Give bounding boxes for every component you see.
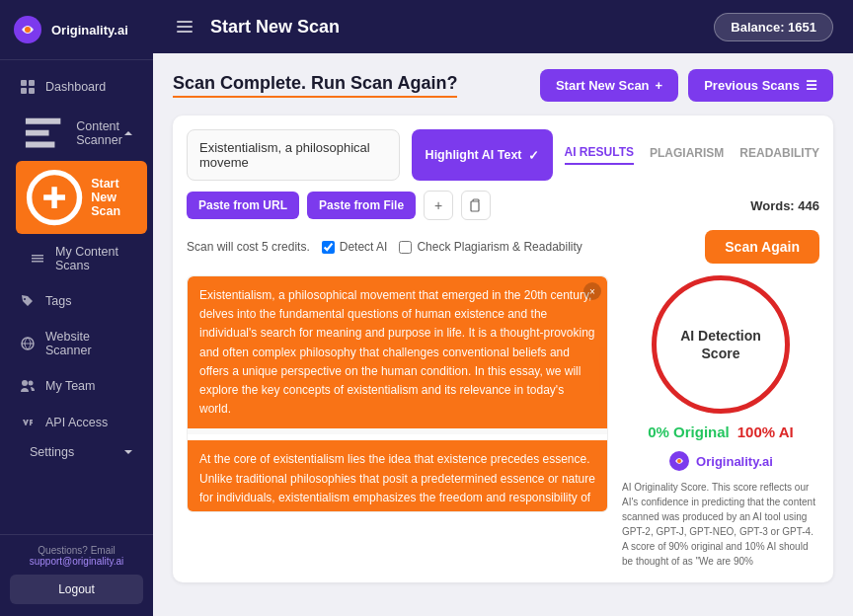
svg-rect-3 bbox=[29, 80, 35, 86]
chevron-down-icon bbox=[123, 447, 133, 457]
plus-icon: + bbox=[656, 78, 663, 93]
content-area: Scan Complete. Run Scan Again? Start New… bbox=[153, 53, 853, 616]
svg-rect-4 bbox=[21, 88, 27, 94]
support-email[interactable]: support@originality.ai bbox=[30, 556, 124, 567]
ai-score: 100% AI bbox=[737, 424, 794, 440]
api-icon bbox=[20, 415, 36, 430]
svg-rect-2 bbox=[21, 80, 27, 86]
ai-detection-circle: AI Detection Score bbox=[652, 275, 790, 414]
svg-rect-10 bbox=[471, 201, 479, 211]
sidebar-nav: Dashboard Content Scanner Start New Scan bbox=[0, 60, 153, 534]
sidebar-item-settings[interactable]: Settings bbox=[6, 441, 147, 463]
list-icon bbox=[30, 251, 45, 267]
checkmark-icon: ✓ bbox=[528, 148, 539, 163]
api-access-label: API Access bbox=[45, 416, 108, 429]
score-description: AI Originality Score. This score reflect… bbox=[622, 480, 819, 569]
svg-point-8 bbox=[22, 380, 28, 386]
text-input-display[interactable]: Existentialism, a philosophical moveme bbox=[187, 129, 400, 181]
detect-ai-label[interactable]: Detect AI bbox=[322, 240, 388, 254]
chevron-up-icon bbox=[123, 128, 133, 138]
sidebar-logo: Originality.ai bbox=[0, 0, 153, 60]
sidebar-item-my-team[interactable]: My Team bbox=[6, 368, 147, 404]
text-content-area[interactable]: Existentialism, a philosophical movement… bbox=[187, 275, 608, 512]
sidebar-item-tags[interactable]: Tags bbox=[6, 283, 147, 319]
copy-icon-button[interactable] bbox=[461, 191, 491, 220]
svg-point-1 bbox=[25, 27, 31, 33]
tab-readability[interactable]: READABILITY bbox=[739, 146, 819, 164]
tags-label: Tags bbox=[45, 294, 71, 308]
new-scan-button[interactable]: Start New Scan + bbox=[540, 69, 678, 102]
sidebar-item-start-new-scan[interactable]: Start New Scan bbox=[16, 161, 147, 234]
scan-mid-row: Paste from URL Paste from File + Words: … bbox=[187, 191, 819, 220]
paste-from-url-button[interactable]: Paste from URL bbox=[187, 192, 299, 219]
clipboard-icon bbox=[469, 198, 483, 212]
scan-panel: Existentialism, a philosophical moveme H… bbox=[173, 116, 833, 582]
support-text: Questions? Email support@originality.ai bbox=[10, 545, 143, 567]
detect-ai-checkbox[interactable] bbox=[322, 241, 335, 254]
scanner-icon bbox=[20, 110, 66, 156]
start-new-scan-label: Start New Scan bbox=[91, 177, 137, 218]
originality-brand: Originality.ai bbox=[668, 450, 773, 472]
highlight-ai-text-button[interactable]: Highlight AI Text ✓ bbox=[412, 129, 553, 181]
originality-logo-icon bbox=[12, 14, 43, 45]
settings-label: Settings bbox=[30, 445, 74, 459]
plagiarism-label[interactable]: Check Plagiarism & Readability bbox=[399, 240, 582, 254]
dashboard-icon bbox=[20, 79, 36, 95]
svg-rect-5 bbox=[29, 88, 35, 94]
svg-point-9 bbox=[29, 381, 34, 386]
scan-top-row: Existentialism, a philosophical moveme H… bbox=[187, 129, 819, 181]
hamburger-menu[interactable] bbox=[173, 17, 196, 37]
scan-body: Existentialism, a philosophical movement… bbox=[187, 275, 819, 569]
scroll-bar[interactable] bbox=[599, 346, 605, 396]
my-team-label: My Team bbox=[45, 379, 95, 393]
plagiarism-checkbox[interactable] bbox=[399, 241, 412, 254]
score-circle-label: AI Detection Score bbox=[680, 327, 761, 362]
content-scanner-label: Content Scanner bbox=[76, 119, 122, 147]
sidebar-item-my-content-scans[interactable]: My Content Scans bbox=[16, 235, 147, 282]
sidebar-item-dashboard[interactable]: Dashboard bbox=[6, 69, 147, 105]
tag-icon bbox=[20, 293, 36, 309]
highlighted-paragraph-1: Existentialism, a philosophical movement… bbox=[188, 276, 607, 428]
paste-from-file-button[interactable]: Paste from File bbox=[307, 192, 416, 219]
cost-text: Scan will cost 5 credits. bbox=[187, 240, 310, 254]
sidebar: Originality.ai Dashboard Content Scanner bbox=[0, 0, 153, 616]
sidebar-logo-text: Originality.ai bbox=[51, 23, 128, 38]
website-scanner-label: Website Scanner bbox=[45, 330, 133, 357]
sidebar-item-website-scanner[interactable]: Website Scanner bbox=[6, 320, 147, 367]
my-content-scans-label: My Content Scans bbox=[55, 245, 133, 272]
globe-icon bbox=[20, 336, 36, 351]
score-panel: AI Detection Score 0% Original 100% AI bbox=[622, 275, 819, 569]
add-icon-button[interactable]: + bbox=[424, 191, 453, 220]
logout-button[interactable]: Logout bbox=[10, 575, 143, 604]
scan-complete-title: Scan Complete. Run Scan Again? bbox=[173, 73, 457, 98]
score-values: 0% Original 100% AI bbox=[648, 424, 794, 440]
brand-name-text: Originality.ai bbox=[696, 454, 773, 469]
scan-options-row: Scan will cost 5 credits. Detect AI Chec… bbox=[187, 230, 819, 264]
sidebar-bottom: Questions? Email support@originality.ai … bbox=[0, 534, 153, 616]
tab-ai-results[interactable]: AI RESULTS bbox=[565, 145, 634, 165]
previous-scans-button[interactable]: Previous Scans ☰ bbox=[688, 69, 833, 102]
menu-icon: ☰ bbox=[806, 78, 817, 93]
dashboard-label: Dashboard bbox=[45, 80, 106, 94]
header-title: Start New Scan bbox=[210, 17, 340, 38]
tabs-row: AI RESULTS PLAGIARISM READABILITY bbox=[565, 129, 819, 181]
scan-actions: Start New Scan + Previous Scans ☰ bbox=[540, 69, 833, 102]
scan-header: Scan Complete. Run Scan Again? Start New… bbox=[173, 69, 833, 102]
original-score: 0% Original bbox=[648, 424, 730, 440]
tab-plagiarism[interactable]: PLAGIARISM bbox=[650, 146, 724, 164]
team-icon bbox=[20, 378, 36, 394]
new-scan-icon bbox=[26, 169, 83, 226]
main: Start New Scan Balance: 1651 Scan Comple… bbox=[153, 0, 853, 616]
balance-display: Balance: 1651 bbox=[714, 13, 833, 41]
sidebar-item-api-access[interactable]: API Access bbox=[6, 405, 147, 440]
scan-again-button[interactable]: Scan Again bbox=[705, 230, 819, 264]
brand-logo-small bbox=[668, 450, 690, 472]
word-count: Words: 446 bbox=[750, 198, 819, 213]
svg-point-12 bbox=[677, 459, 681, 463]
close-button[interactable]: × bbox=[583, 282, 601, 300]
highlighted-paragraph-2: At the core of existentialism lies the i… bbox=[188, 440, 607, 512]
header: Start New Scan Balance: 1651 bbox=[153, 0, 853, 53]
sidebar-item-content-scanner[interactable]: Content Scanner bbox=[6, 106, 147, 160]
